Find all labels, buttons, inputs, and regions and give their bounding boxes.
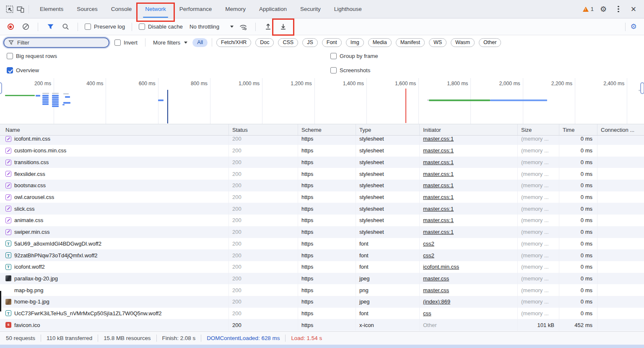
big-request-rows-checkbox[interactable]: Big request rows <box>7 53 57 59</box>
type-filter-css[interactable]: CSS <box>278 38 298 47</box>
initiator-link[interactable]: master.css:1 <box>423 229 454 235</box>
request-row[interactable]: icofont.min.css200httpsstylesheetmaster.… <box>0 136 644 145</box>
initiator-link[interactable]: css <box>423 310 431 317</box>
type-filter-other[interactable]: Other <box>479 38 501 47</box>
request-row[interactable]: custom-icons.min.css200httpsstylesheetma… <box>0 145 644 157</box>
column-header-time[interactable]: Time <box>559 124 597 135</box>
tab-performance[interactable]: Performance <box>173 0 218 18</box>
tab-lighthouse[interactable]: Lighthouse <box>327 0 369 18</box>
request-row[interactable]: icofont.woff2200httpsfonticofont.min.css… <box>0 261 644 273</box>
invert-checkbox[interactable]: Invert <box>114 39 138 46</box>
type-filter-fetch-xhr[interactable]: Fetch/XHR <box>216 38 251 47</box>
column-header-name[interactable]: Name <box>0 124 229 135</box>
request-row[interactable]: flexslider.css200httpsstylesheetmaster.c… <box>0 168 644 180</box>
initiator-link[interactable]: master.css:1 <box>423 194 454 200</box>
error-warning-badge[interactable]: 1 <box>583 6 594 12</box>
initiator-link[interactable]: master.css:1 <box>423 171 454 177</box>
filter-funnel-icon[interactable] <box>45 21 56 32</box>
request-row[interactable]: bootsnav.css200httpsstylesheetmaster.css… <box>0 180 644 191</box>
request-row[interactable]: swiper.min.css200httpsstylesheetmaster.c… <box>0 226 644 238</box>
search-icon[interactable] <box>60 21 71 32</box>
tab-console[interactable]: Console <box>104 0 139 18</box>
throttling-select[interactable]: No throttling <box>190 24 234 30</box>
type-filter-all[interactable]: All <box>192 38 208 47</box>
filter-input[interactable]: Filter <box>3 37 109 48</box>
type-filter-font[interactable]: Font <box>322 38 342 47</box>
screen-artifact-line <box>0 291 1 311</box>
timeline-gridline <box>575 78 575 124</box>
group-by-frame-checkbox[interactable]: Group by frame <box>330 53 378 59</box>
connection-cell <box>597 308 644 319</box>
inspect-element-icon[interactable] <box>4 4 15 15</box>
clear-network-log-button[interactable] <box>20 21 31 32</box>
import-har-icon[interactable] <box>262 21 273 32</box>
device-toolbar-icon[interactable] <box>15 4 26 15</box>
column-header-connection[interactable]: Connection ... <box>597 124 644 135</box>
type-filter-manifest[interactable]: Manifest <box>396 38 425 47</box>
overview-right-handle[interactable] <box>640 82 644 94</box>
request-row[interactable]: transitions.css200httpsstylesheetmaster.… <box>0 157 644 168</box>
initiator-link[interactable]: master.css:1 <box>423 206 454 212</box>
initiator-link[interactable]: master.css:1 <box>423 136 454 142</box>
initiator-cell: css2 <box>419 249 517 261</box>
request-row[interactable]: 5aU69_a8oxmIdGl4BDGwgDI.woff2200httpsfon… <box>0 238 644 250</box>
column-header-type[interactable]: Type <box>356 124 419 135</box>
initiator-link[interactable]: master.css:1 <box>423 147 454 154</box>
status-value: 200 <box>232 275 242 282</box>
export-har-download-icon[interactable] <box>278 21 288 32</box>
column-header-initiator[interactable]: Initiator <box>419 124 517 135</box>
more-filters-button[interactable]: More filters <box>153 39 187 46</box>
request-row[interactable]: favicon.ico200httpsx-iconOther101 kB452 … <box>0 319 644 331</box>
initiator-link[interactable]: master.css:1 <box>423 182 454 188</box>
column-header-size[interactable]: Size <box>517 124 559 135</box>
tab-elements[interactable]: Elements <box>33 0 70 18</box>
initiator-link[interactable]: icofont.min.css <box>423 264 459 270</box>
overview-checkbox[interactable]: Overview <box>7 67 39 73</box>
column-header-status[interactable]: Status <box>229 124 298 135</box>
request-row[interactable]: slick.css200httpsstylesheetmaster.css:1(… <box>0 203 644 215</box>
time-value: 0 ms <box>581 159 592 165</box>
request-name: bootsnav.css <box>14 182 46 188</box>
initiator-link[interactable]: master.css <box>423 287 449 293</box>
tab-network[interactable]: Network <box>138 0 173 18</box>
kebab-menu-icon[interactable] <box>613 4 624 15</box>
request-row[interactable]: map-bg.png200httpspngmaster.css(memory .… <box>0 284 644 296</box>
column-header-scheme[interactable]: Scheme <box>298 124 356 135</box>
network-overview-timeline[interactable]: 200 ms400 ms600 ms800 ms1,000 ms1,200 ms… <box>0 78 644 124</box>
request-row[interactable]: 92zatBhPNqw73oTd4jQmfxI.woff2200httpsfon… <box>0 249 644 261</box>
initiator-link[interactable]: master.css <box>423 275 449 282</box>
type-filter-js[interactable]: JS <box>302 38 318 47</box>
request-row[interactable]: animate.css200httpsstylesheetmaster.css:… <box>0 215 644 226</box>
initiator-link[interactable]: (index):869 <box>423 298 450 305</box>
initiator-link[interactable]: css2 <box>423 241 434 247</box>
disable-cache-checkbox[interactable]: Disable cache <box>139 24 183 30</box>
type-filter-doc[interactable]: Doc <box>255 38 274 47</box>
request-row[interactable]: owl.carousel.css200httpsstylesheetmaster… <box>0 191 644 203</box>
network-conditions-icon[interactable] <box>238 21 249 32</box>
name-cell: favicon.ico <box>0 319 229 331</box>
record-network-log-button[interactable] <box>5 21 16 32</box>
request-row[interactable]: home-bg-1.jpg200httpsjpeg(index):869(mem… <box>0 296 644 308</box>
settings-gear-icon[interactable]: ⚙ <box>598 4 609 15</box>
network-settings-gear-icon[interactable]: ⚙ <box>628 21 639 32</box>
type-filter-ws[interactable]: WS <box>429 38 447 47</box>
preserve-log-checkbox[interactable]: Preserve log <box>85 24 125 30</box>
initiator-link[interactable]: css2 <box>423 252 434 259</box>
type-filter-img[interactable]: Img <box>346 38 364 47</box>
overview-left-handle[interactable] <box>0 82 2 94</box>
screenshots-checkbox[interactable]: Screenshots <box>330 67 370 73</box>
type-filter-media[interactable]: Media <box>368 38 392 47</box>
tab-security[interactable]: Security <box>293 0 327 18</box>
request-row[interactable]: UcC73FwrK3iLTeHuS_nVMrMxCp50SjIa1ZL7W0Q5… <box>0 308 644 319</box>
chevron-down-icon <box>184 42 187 44</box>
divider <box>255 23 256 31</box>
size-cell: (memory ... <box>517 308 559 319</box>
tab-sources[interactable]: Sources <box>70 0 104 18</box>
close-icon[interactable]: × <box>628 4 639 15</box>
request-row[interactable]: parallax-bg-20.jpg200httpsjpegmaster.css… <box>0 273 644 285</box>
tab-application[interactable]: Application <box>252 0 293 18</box>
tab-memory[interactable]: Memory <box>218 0 252 18</box>
type-filter-wasm[interactable]: Wasm <box>451 38 475 47</box>
initiator-link[interactable]: master.css:1 <box>423 217 454 223</box>
initiator-link[interactable]: master.css:1 <box>423 159 454 165</box>
